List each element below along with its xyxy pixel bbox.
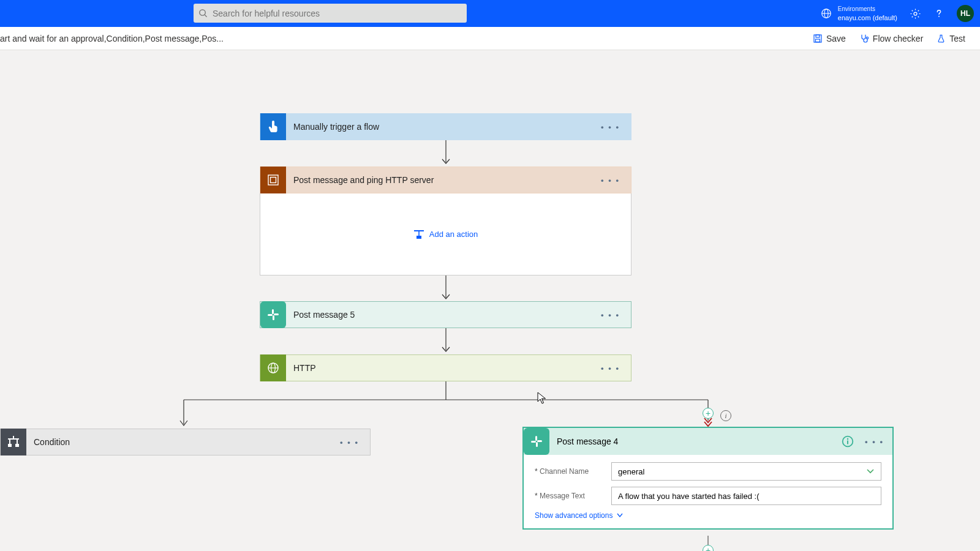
scope-card[interactable]: Post message and ping HTTP server • • • — [260, 167, 631, 193]
more-button[interactable]: • • • — [601, 310, 620, 320]
svg-rect-20 — [273, 315, 274, 320]
scope-icon — [266, 173, 280, 187]
info-icon[interactable] — [842, 435, 854, 448]
help-button[interactable] — [933, 8, 944, 19]
more-button[interactable]: • • • — [865, 437, 884, 446]
test-button[interactable]: Test — [932, 31, 970, 46]
more-button[interactable]: • • • — [601, 122, 620, 132]
channel-select[interactable]: general — [611, 462, 881, 481]
avatar[interactable]: HL — [957, 5, 974, 22]
message-label: Message Text — [535, 492, 611, 500]
more-button[interactable]: • • • — [340, 438, 359, 447]
pm4-title: Post message 4 — [549, 437, 618, 446]
http-title: HTTP — [286, 363, 316, 373]
post5-title: Post message 5 — [286, 310, 355, 320]
pm4-header[interactable]: Post message 4 • • • — [524, 428, 892, 455]
add-action-button[interactable]: Add an action — [413, 230, 478, 239]
scope-body: Add an action — [260, 193, 631, 276]
mouse-cursor — [537, 392, 547, 404]
environment-label: Environments — [838, 5, 897, 13]
globe-icon — [821, 8, 832, 19]
app-header: Environments enayu.com (default) HL — [0, 0, 980, 27]
svg-rect-35 — [15, 444, 19, 447]
svg-rect-36 — [535, 436, 537, 441]
run-after-info[interactable]: i — [720, 410, 731, 421]
settings-button[interactable] — [910, 8, 921, 20]
search-input[interactable] — [213, 9, 462, 18]
flow-checker-button[interactable]: Flow checker — [854, 31, 928, 46]
svg-rect-9 — [815, 39, 820, 42]
svg-point-41 — [847, 438, 848, 440]
search-icon — [198, 9, 208, 18]
trigger-title: Manually trigger a flow — [286, 122, 379, 132]
svg-point-5 — [914, 12, 917, 15]
globe-icon — [266, 361, 280, 375]
search-box[interactable] — [194, 4, 467, 23]
svg-point-0 — [200, 10, 205, 15]
more-button[interactable]: • • • — [601, 364, 620, 373]
svg-rect-42 — [847, 441, 848, 444]
channel-value: general — [618, 467, 644, 476]
action-http[interactable]: HTTP • • • — [260, 354, 631, 381]
environment-picker[interactable]: Environments enayu.com (default) — [821, 5, 897, 22]
svg-rect-8 — [816, 35, 820, 37]
flask-icon — [937, 34, 946, 43]
gear-icon — [910, 8, 921, 20]
svg-rect-13 — [271, 178, 276, 183]
svg-rect-7 — [814, 35, 821, 42]
svg-rect-18 — [272, 309, 274, 314]
svg-rect-34 — [8, 444, 12, 447]
help-icon — [933, 8, 944, 19]
flow-checker-label: Flow checker — [873, 34, 923, 43]
condition-title: Condition — [26, 437, 70, 447]
svg-rect-21 — [268, 314, 273, 316]
svg-rect-38 — [536, 442, 538, 447]
add-action-icon — [413, 230, 424, 239]
advanced-options-toggle[interactable]: Show advanced options — [535, 511, 881, 520]
save-icon — [813, 34, 823, 43]
save-label: Save — [826, 34, 846, 43]
trigger-card[interactable]: Manually trigger a flow • • • — [260, 113, 631, 140]
environment-value: enayu.com (default) — [838, 13, 897, 22]
svg-point-10 — [866, 37, 868, 39]
advanced-label: Show advanced options — [535, 511, 612, 520]
svg-line-1 — [205, 15, 206, 17]
scope-title: Post message and ping HTTP server — [286, 175, 434, 185]
stethoscope-icon — [859, 34, 869, 43]
slack-icon — [530, 435, 543, 448]
svg-rect-12 — [268, 175, 278, 185]
channel-label: Channel Name — [535, 467, 611, 476]
add-action-label: Add an action — [429, 230, 478, 239]
add-step-button[interactable]: + — [703, 545, 714, 551]
svg-rect-16 — [417, 236, 421, 239]
svg-rect-39 — [531, 441, 536, 443]
test-label: Test — [949, 34, 965, 43]
toolbar: art and wait for an approval,Condition,P… — [0, 27, 980, 50]
touch-icon — [266, 119, 280, 134]
more-button[interactable]: • • • — [601, 176, 620, 185]
message-input[interactable]: A flow that you have started has failed … — [611, 487, 881, 505]
action-post-message-4: Post message 4 • • • Channel Name genera… — [522, 427, 894, 530]
insert-step-button[interactable]: + — [703, 408, 714, 419]
svg-rect-37 — [537, 440, 542, 442]
condition-card[interactable]: Condition • • • — [0, 429, 371, 455]
message-value: A flow that you have started has failed … — [618, 492, 760, 501]
breadcrumb: art and wait for an approval,Condition,P… — [0, 34, 224, 43]
svg-rect-19 — [274, 313, 279, 315]
chevron-down-icon — [866, 467, 875, 476]
branch-icon — [6, 436, 21, 448]
chevron-down-icon — [616, 512, 624, 519]
slack-icon — [266, 308, 280, 321]
save-toolbar-button[interactable]: Save — [808, 31, 851, 46]
svg-point-6 — [938, 16, 940, 17]
action-post-message-5[interactable]: Post message 5 • • • — [260, 301, 631, 328]
